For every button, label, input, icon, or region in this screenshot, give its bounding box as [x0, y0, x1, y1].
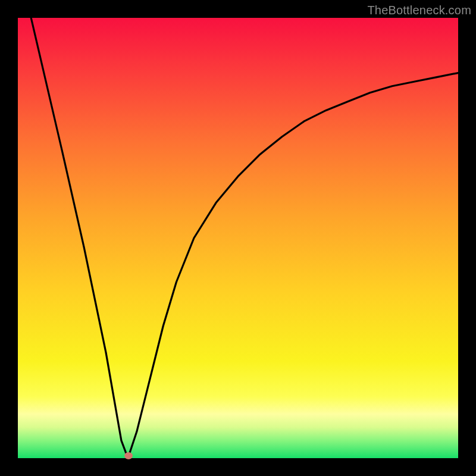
plot-area [18, 18, 458, 458]
watermark-text: TheBottleneck.com [367, 4, 471, 17]
curve-line [18, 18, 458, 458]
chart-frame: TheBottleneck.com [0, 0, 476, 476]
minimum-marker [124, 452, 133, 459]
